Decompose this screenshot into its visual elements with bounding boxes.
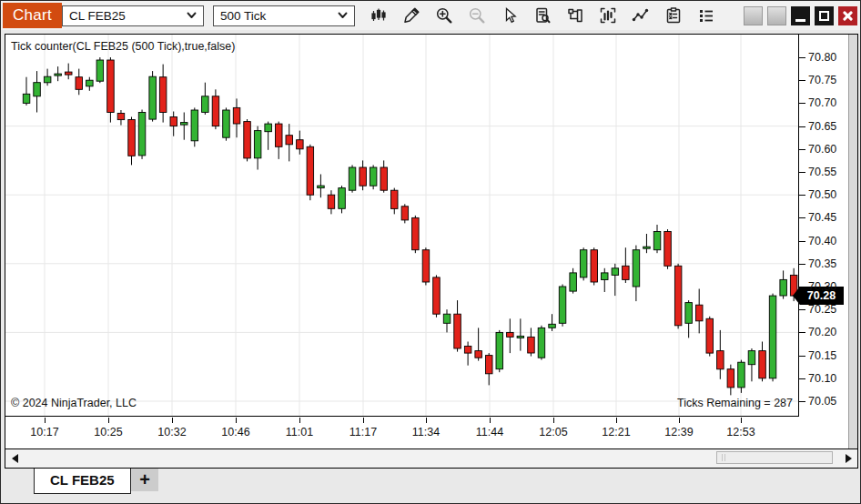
time-axis-label: 11:01	[286, 426, 313, 438]
time-axis-label: 12:53	[726, 426, 755, 438]
price-tick-mark	[799, 332, 805, 333]
time-axis-label: 11:34	[412, 426, 440, 438]
time-tick-mark	[490, 418, 491, 423]
price-tick-mark	[799, 401, 805, 402]
price-tick-mark	[799, 264, 805, 265]
properties-icon[interactable]	[696, 5, 716, 25]
price-tick-mark	[799, 57, 805, 58]
close-button[interactable]	[838, 6, 857, 25]
scrollbar-thumb[interactable]	[716, 451, 833, 464]
price-tick-mark	[799, 241, 805, 242]
zoom-in-icon[interactable]	[434, 5, 454, 25]
window-title-badge: Chart	[3, 3, 62, 28]
time-axis-label: 12:39	[664, 426, 693, 438]
zoom-out-icon[interactable]	[467, 5, 487, 25]
time-tick-mark	[741, 418, 742, 423]
price-axis-label: 70.10	[808, 371, 836, 386]
time-tick-mark	[363, 418, 364, 423]
time-axis-label: 12:05	[539, 426, 567, 438]
price-axis-label: 70.75	[808, 73, 836, 87]
chart-panel: Tick counter(CL FEB25 (500 Tick),true,fa…	[5, 34, 858, 469]
maximize-button[interactable]	[815, 6, 834, 25]
unused-button-1[interactable]	[744, 6, 763, 25]
price-tick-mark	[799, 287, 805, 287]
time-tick-mark	[236, 418, 237, 423]
time-axis-label: 10:46	[221, 426, 249, 438]
add-tab-button[interactable]: +	[131, 469, 158, 491]
price-axis-label: 70.30	[808, 279, 836, 294]
price-tick-mark	[799, 103, 805, 104]
bar-type-icon[interactable]	[598, 5, 618, 25]
price-axis-label: 70.35	[808, 257, 836, 271]
price-axis-label: 70.45	[808, 210, 836, 225]
price-axis-label: 70.50	[808, 187, 836, 202]
chevron-down-icon	[338, 12, 348, 19]
price-tick-mark	[799, 309, 805, 310]
time-tick-mark	[679, 418, 680, 423]
price-axis-label: 70.55	[808, 165, 836, 179]
thumb-grip	[722, 454, 723, 461]
price-tick-mark	[799, 195, 805, 196]
interval-dropdown[interactable]: 500 Tick	[213, 5, 355, 26]
tab-cl-feb25[interactable]: CL FEB25	[34, 469, 131, 494]
price-axis-label: 70.25	[808, 302, 836, 317]
candlestick-chart[interactable]	[5, 35, 798, 416]
price-axis[interactable]: 70.28 70.8070.7570.7070.6570.6070.5570.5…	[799, 35, 848, 449]
price-axis-label: 70.65	[808, 119, 836, 134]
scroll-left-arrow-icon[interactable]	[12, 454, 18, 463]
cursor-icon[interactable]	[500, 5, 520, 25]
right-edge-strip	[848, 35, 857, 449]
window-buttons	[744, 6, 857, 25]
chevron-down-icon	[187, 12, 197, 19]
time-axis-label: 10:32	[157, 426, 186, 438]
instrument-dropdown[interactable]: CL FEB25	[62, 5, 204, 26]
scroll-right-arrow-icon[interactable]	[846, 454, 852, 463]
time-axis-label: 10:17	[30, 426, 58, 438]
time-tick-mark	[108, 418, 109, 423]
unused-button-2[interactable]	[767, 6, 786, 25]
time-axis-label: 12:21	[602, 426, 630, 438]
price-tick-mark	[799, 378, 805, 379]
time-axis-label: 11:17	[349, 426, 377, 438]
price-axis-label: 70.80	[808, 50, 836, 65]
thumb-grip	[724, 454, 725, 461]
minimize-button[interactable]	[791, 6, 810, 25]
chart-plot-area[interactable]: Tick counter(CL FEB25 (500 Tick),true,fa…	[5, 35, 799, 417]
price-axis-label: 70.60	[808, 142, 836, 156]
interval-value: 500 Tick	[220, 9, 266, 23]
tool-icon-row	[369, 5, 716, 25]
tab-bar: CL FEB25 +	[5, 469, 856, 496]
time-tick-mark	[553, 418, 554, 423]
horizontal-scrollbar[interactable]	[5, 449, 857, 468]
price-tick-mark	[799, 217, 805, 218]
price-axis-label: 70.15	[808, 348, 836, 363]
time-tick-mark	[299, 418, 300, 423]
time-axis-label: 11:44	[476, 426, 503, 438]
time-tick-mark	[45, 418, 46, 423]
data-series-icon[interactable]	[532, 5, 552, 25]
time-tick-mark	[426, 418, 427, 423]
instrument-value: CL FEB25	[69, 9, 126, 23]
time-axis[interactable]: 10:1710:2510:3210:4611:0111:1711:3411:44…	[5, 418, 799, 449]
price-tick-mark	[799, 172, 805, 173]
strategies-icon[interactable]	[663, 5, 684, 25]
price-axis-label: 70.20	[808, 325, 836, 339]
time-axis-label: 10:25	[94, 426, 122, 438]
price-axis-label: 70.05	[808, 394, 836, 408]
time-tick-mark	[172, 418, 173, 423]
chart-window: Chart CL FEB25 500 Tick	[0, 0, 861, 504]
toolbar: Chart CL FEB25 500 Tick	[1, 1, 860, 30]
price-tick-mark	[799, 356, 805, 357]
drawing-tools-icon[interactable]	[401, 5, 421, 25]
time-tick-mark	[616, 418, 617, 423]
indicators-icon[interactable]	[631, 5, 651, 25]
price-axis-label: 70.40	[808, 234, 836, 248]
price-tick-mark	[799, 149, 805, 150]
price-tick-mark	[799, 80, 805, 81]
price-axis-label: 70.70	[808, 96, 836, 110]
chart-trader-icon[interactable]	[565, 5, 585, 25]
price-tick-mark	[799, 126, 805, 127]
candlestick-chart-icon[interactable]	[369, 5, 389, 25]
